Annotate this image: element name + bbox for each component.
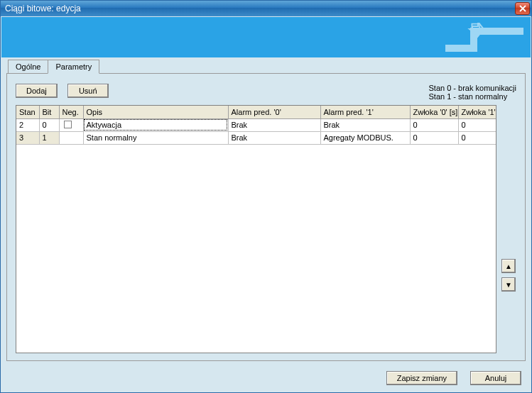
cell-neg[interactable] xyxy=(59,131,83,144)
banner xyxy=(1,17,531,57)
window-title: Ciągi bitowe: edycja xyxy=(5,4,81,13)
add-button[interactable]: Dodaj xyxy=(16,84,58,98)
close-icon xyxy=(519,5,526,12)
col-alarm1[interactable]: Alarm pred. '1' xyxy=(320,106,410,118)
cell-alarm0[interactable]: Brak xyxy=(228,118,320,131)
cell-z0[interactable]: 0 xyxy=(410,131,458,144)
cell-alarm1[interactable]: Agregaty MODBUS. xyxy=(320,131,410,144)
cell-stan[interactable]: 2 xyxy=(16,118,39,131)
cancel-button[interactable]: Anuluj xyxy=(470,371,521,385)
col-bit[interactable]: Bit xyxy=(39,106,59,118)
tab-parametry[interactable]: Parametry xyxy=(48,60,99,74)
titlebar: Ciągi bitowe: edycja xyxy=(1,1,531,16)
col-opis[interactable]: Opis xyxy=(83,106,228,118)
window: Ciągi bitowe: edycja Ogólne Parametry Do… xyxy=(0,0,532,393)
grid-wrap: Stan Bit Neg. Opis Alarm pred. '0' Alarm… xyxy=(16,105,516,353)
legend-line-0: Stan 0 - brak komunikacji xyxy=(429,84,517,92)
legend-line-1: Stan 1 - stan normalny xyxy=(429,92,517,101)
cell-opis[interactable]: Aktywacja xyxy=(83,118,228,131)
cell-alarm1[interactable]: Brak xyxy=(320,118,410,131)
col-alarm0[interactable]: Alarm pred. '0' xyxy=(228,106,320,118)
table-row[interactable]: 2 0 Aktywacja Brak Brak 0 0 xyxy=(16,118,496,131)
triangle-up-icon: ▲ xyxy=(505,262,512,270)
cell-neg[interactable] xyxy=(59,118,83,131)
tabstrip: Ogólne Parametry xyxy=(1,57,531,73)
banner-step-icon xyxy=(445,23,523,52)
tab-general[interactable]: Ogólne xyxy=(8,60,48,74)
remove-button[interactable]: Usuń xyxy=(67,84,109,98)
close-button[interactable] xyxy=(515,2,530,15)
button-row: Dodaj Usuń xyxy=(16,84,109,98)
save-button[interactable]: Zapisz zmiany xyxy=(386,371,457,385)
reorder-arrows: ▲ ▼ xyxy=(501,105,516,353)
table-row[interactable]: 3 1 Stan normalny Brak Agregaty MODBUS. … xyxy=(16,131,496,144)
move-down-button[interactable]: ▼ xyxy=(501,277,516,292)
triangle-down-icon: ▼ xyxy=(505,281,512,289)
header-row: Stan Bit Neg. Opis Alarm pred. '0' Alarm… xyxy=(16,106,496,118)
col-zwloka1[interactable]: Zwłoka '1' [s] xyxy=(458,106,496,118)
cell-z1[interactable]: 0 xyxy=(458,131,496,144)
cell-z1[interactable]: 0 xyxy=(458,118,496,131)
cell-stan[interactable]: 3 xyxy=(16,131,39,144)
col-zwloka0[interactable]: Zwłoka '0' [s] xyxy=(410,106,458,118)
cell-bit[interactable]: 1 xyxy=(39,131,59,144)
toolbar-row: Dodaj Usuń Stan 0 - brak komunikacji Sta… xyxy=(16,84,516,101)
col-neg[interactable]: Neg. xyxy=(59,106,83,118)
data-grid[interactable]: Stan Bit Neg. Opis Alarm pred. '0' Alarm… xyxy=(16,105,496,353)
params-panel: Dodaj Usuń Stan 0 - brak komunikacji Sta… xyxy=(6,73,526,361)
legend: Stan 0 - brak komunikacji Stan 1 - stan … xyxy=(429,84,517,101)
footer: Zapisz zmiany Anuluj xyxy=(1,365,531,392)
cell-alarm0[interactable]: Brak xyxy=(228,131,320,144)
cell-z0[interactable]: 0 xyxy=(410,118,458,131)
checkbox-icon[interactable] xyxy=(64,121,72,128)
cell-opis[interactable]: Stan normalny xyxy=(83,131,228,144)
move-up-button[interactable]: ▲ xyxy=(501,259,516,273)
col-stan[interactable]: Stan xyxy=(16,106,39,118)
cell-bit[interactable]: 0 xyxy=(39,118,59,131)
table: Stan Bit Neg. Opis Alarm pred. '0' Alarm… xyxy=(16,106,496,145)
